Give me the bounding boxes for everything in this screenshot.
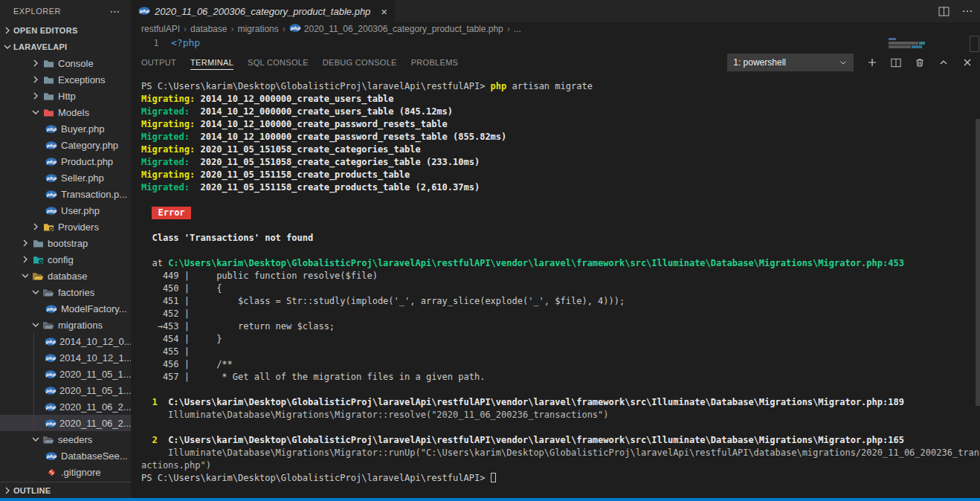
split-editor-icon[interactable]	[938, 7, 950, 16]
tree-item-label: seeders	[58, 434, 92, 445]
editor-area: php 2020_11_06_200306_category_product_t…	[131, 0, 980, 498]
tree-item-providers[interactable]: Providers	[0, 219, 131, 235]
tree-item-product-php[interactable]: phpProduct.php	[0, 153, 131, 169]
tree-item--gitignore[interactable]: .gitignore	[0, 464, 131, 480]
new-terminal-icon[interactable]	[867, 57, 877, 68]
tree-item-models[interactable]: Models	[0, 104, 131, 120]
bottom-panel: OUTPUTTERMINALSQL CONSOLEDEBUG CONSOLEPR…	[131, 52, 980, 498]
editor-code-sliver[interactable]: 1 <?php	[131, 36, 980, 52]
line-number: 1	[153, 37, 159, 48]
php-file-icon: php	[45, 174, 58, 182]
split-terminal-icon[interactable]	[891, 58, 901, 68]
chevron-right-icon	[30, 57, 42, 69]
file-tree: ConsoleExceptionsHttpModelsphpBuyer.phpp…	[0, 55, 131, 482]
tree-item-modelfactory-[interactable]: phpModelFactory...	[0, 300, 131, 317]
tree-item-label: Exceptions	[58, 74, 106, 85]
tree-item-2014-10-12-1-[interactable]: php2014_10_12_1...	[0, 349, 131, 366]
folder-icon	[31, 271, 45, 281]
panel-tab-terminal[interactable]: TERMINAL	[190, 52, 233, 73]
tab-category-product-table[interactable]: php 2020_11_06_200306_category_product_t…	[131, 0, 395, 22]
tree-item-label: User.php	[61, 205, 100, 216]
section-outline[interactable]: OUTLINE	[0, 482, 131, 498]
breadcrumb: restfulAPI›database›migrations›php2020_1…	[131, 22, 980, 36]
maximize-panel-icon[interactable]	[938, 57, 949, 68]
folder-icon	[42, 320, 55, 330]
tree-item-bootstrap[interactable]: bootstrap	[0, 235, 131, 251]
tree-item-label: 2020_11_05_1...	[59, 369, 131, 380]
terminal-shell-select[interactable]: 1: powershell	[727, 54, 854, 71]
minimap-block	[912, 45, 922, 48]
terminal-line: PS C:\Users\karim\Desktop\GlobalisticPro…	[141, 472, 980, 485]
panel-tab-problems[interactable]: PROBLEMS	[411, 52, 459, 73]
tree-item-http[interactable]: Http	[0, 88, 131, 104]
svg-text:php: php	[46, 355, 57, 361]
php-file-icon: php	[45, 387, 57, 395]
section-laravelapi[interactable]: LARAVELAPI	[0, 39, 131, 55]
tab-close-icon[interactable]: ×	[381, 5, 387, 18]
tree-item-label: Providers	[58, 222, 99, 233]
tree-item-2014-10-12-0-[interactable]: php2014_10_12_0...	[0, 333, 131, 349]
terminal-line	[141, 194, 980, 207]
folder-icon	[31, 239, 45, 248]
php-file-icon: php	[45, 354, 57, 362]
code-line: <?php	[171, 37, 200, 48]
tree-item-label: ModelFactory...	[61, 303, 127, 314]
svg-text:php: php	[46, 404, 57, 410]
tree-item-migrations[interactable]: migrations	[0, 317, 131, 333]
chevron-down-icon	[19, 270, 31, 282]
minimap-slider[interactable]	[970, 36, 979, 52]
tree-item-databasesee-[interactable]: phpDatabaseSee...	[0, 447, 131, 464]
panel-tab-debug-console[interactable]: DEBUG CONSOLE	[323, 52, 397, 73]
breadcrumb-item[interactable]: ...	[514, 24, 521, 34]
svg-text:php: php	[47, 191, 57, 197]
tree-item-label: migrations	[58, 320, 103, 331]
terminal-line: Migrating: 2014_10_12_000000_create_user…	[141, 93, 980, 106]
terminal-line: 455 |	[141, 346, 980, 358]
tree-item-label: Transaction.p...	[61, 189, 127, 200]
breadcrumb-item[interactable]: migrations	[237, 24, 278, 34]
breadcrumb-separator: ›	[184, 24, 187, 34]
tree-item-buyer-php[interactable]: phpBuyer.php	[0, 120, 131, 137]
svg-text:php: php	[47, 126, 57, 132]
chevron-down-icon	[839, 58, 848, 67]
breadcrumb-label: restfulAPI	[141, 24, 180, 34]
tree-item-database[interactable]: database	[0, 268, 131, 284]
tree-item-factories[interactable]: factories	[0, 284, 131, 300]
tree-item-label: Category.php	[61, 140, 118, 151]
terminal-line	[141, 384, 980, 396]
tree-item-seller-php[interactable]: phpSeller.php	[0, 169, 131, 186]
tree-item-2020-11-05-1-[interactable]: php2020_11_05_1...	[0, 382, 131, 398]
tree-item-2020-11-05-1-[interactable]: php2020_11_05_1...	[0, 366, 131, 382]
tree-item-category-php[interactable]: phpCategory.php	[0, 137, 131, 153]
terminal-scrollbar[interactable]	[976, 119, 980, 406]
tree-item-console[interactable]: Console	[0, 55, 131, 71]
kill-terminal-icon[interactable]	[915, 57, 925, 68]
svg-text:php: php	[290, 25, 300, 31]
tree-item-label: bootstrap	[48, 238, 88, 249]
svg-text:php: php	[140, 8, 150, 14]
tree-item-exceptions[interactable]: Exceptions	[0, 71, 131, 88]
terminal-output[interactable]: PS C:\Users\karim\Desktop\GlobalisticPro…	[131, 73, 980, 485]
section-open-editors[interactable]: OPEN EDITORS	[0, 22, 131, 39]
tree-item-config[interactable]: config	[0, 251, 131, 268]
editor-more-actions-icon[interactable]: ⋯	[961, 4, 973, 18]
chevron-right-icon	[30, 74, 42, 85]
close-panel-icon[interactable]	[962, 57, 973, 68]
tabbar-actions: ⋯	[938, 0, 980, 22]
breadcrumb-item[interactable]: php2020_11_06_200306_category_product_ta…	[289, 24, 503, 34]
tree-item-user-php[interactable]: phpUser.php	[0, 202, 131, 219]
panel-tab-output[interactable]: OUTPUT	[141, 52, 176, 73]
terminal-line: actions.php")	[141, 459, 980, 472]
explorer-more-actions-icon[interactable]: ⋯	[110, 5, 121, 17]
tree-item-2020-11-06-2-[interactable]: php2020_11_06_2...	[0, 398, 131, 415]
breadcrumb-item[interactable]: restfulAPI	[141, 24, 180, 34]
tree-item-seeders[interactable]: seeders	[0, 431, 131, 447]
tab-bar: php 2020_11_06_200306_category_product_t…	[131, 0, 980, 22]
tree-item-2020-11-06-2-[interactable]: php2020_11_06_2...	[0, 415, 131, 431]
tree-item-label: Http	[58, 91, 76, 102]
panel-tab-sql-console[interactable]: SQL CONSOLE	[248, 52, 309, 73]
sidebar-header: EXPLORER ⋯	[0, 0, 131, 22]
terminal-line: Migrating: 2020_11_05_151058_create_cate…	[141, 143, 980, 156]
tree-item-transaction-p-[interactable]: phpTransaction.p...	[0, 186, 131, 202]
breadcrumb-item[interactable]: database	[190, 24, 227, 34]
